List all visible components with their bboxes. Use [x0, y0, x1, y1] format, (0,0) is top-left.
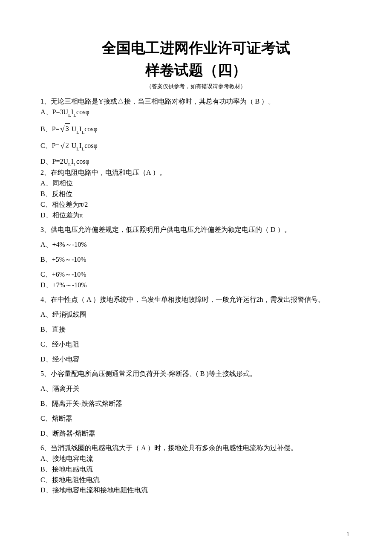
- q5-option-b: B、隔离开关-跌落式熔断器: [40, 399, 352, 409]
- q1-b-pre: B、P=: [40, 125, 60, 133]
- sub-l: L: [68, 113, 71, 118]
- q5-option-a: A、隔离开关: [40, 384, 352, 394]
- q3-option-a: A、+4%～-10%: [40, 240, 352, 250]
- q1-c-post: U: [70, 142, 77, 149]
- q2-option-b: B、反相位: [40, 189, 352, 199]
- q4-option-a: A、经消弧线圈: [40, 309, 352, 320]
- q1-tail: cosφ: [84, 142, 98, 149]
- q3-option-c: C、+6%～-10%: [40, 269, 352, 280]
- q3-option-b: B、+5%～-10%: [40, 254, 352, 265]
- doc-title-line2: 样卷试题（四）: [40, 61, 352, 79]
- q6-option-b: B、接地电感电流: [40, 464, 352, 475]
- q6-option-a: A、接地电容电流: [40, 454, 352, 464]
- q1-option-d: D、P=2ULILcosφ: [40, 156, 352, 168]
- q5-option-d: D、断路器-熔断器: [40, 428, 352, 439]
- q1-option-c: C、P=2 ULILcosφ: [40, 139, 352, 152]
- q1-option-b: B、P=3 ULILcosφ: [40, 123, 352, 136]
- q6-option-c: C、接地电阻性电流: [40, 475, 352, 486]
- q5-option-c: C、熔断器: [40, 413, 352, 424]
- q1-tail: cosφ: [76, 108, 89, 116]
- q3-option-d: D、+7%～-10%: [40, 280, 352, 291]
- q4-stem: 4、在中性点（ A ）接地系统中，当发生单相接地故障时，一般允许运行2h，需发出…: [40, 295, 352, 305]
- q6-option-d: D、接地电容电流和接地电阻性电流: [40, 485, 352, 496]
- q2-option-a: A、同相位: [40, 178, 352, 189]
- q2-stem: 2、在纯电阻电路中，电流和电压（A ）。: [40, 168, 352, 178]
- q1-tail: cosφ: [84, 125, 98, 133]
- q4-option-b: B、直接: [40, 324, 352, 335]
- doc-note: （答案仅供参考，如有错误请参考教材）: [40, 83, 352, 90]
- sqrt-val: 3: [65, 123, 70, 134]
- sub-l: L: [73, 162, 76, 167]
- q1-d-pre: D、P=2U: [40, 158, 68, 165]
- sub-l: L: [76, 146, 79, 151]
- sub-l: L: [68, 162, 71, 167]
- q4-option-d: D、经小电容: [40, 354, 352, 365]
- q5-stem: 5、小容量配电所高压侧通常采用负荷开关-熔断器、( B )等主接线形式。: [40, 369, 352, 379]
- q1-tail: cosφ: [76, 158, 89, 165]
- sub-l: L: [81, 130, 84, 135]
- sub-l: L: [81, 146, 84, 151]
- q2-option-d: D、相位差为π: [40, 210, 352, 221]
- q3-stem: 3、供电电压允许偏差规定，低压照明用户供电电压允许偏差为额定电压的（ D ）。: [40, 225, 352, 235]
- q1-option-a: A、P=3ULILcosφ: [40, 107, 352, 119]
- sub-l: L: [76, 130, 79, 135]
- doc-title-line1: 全国电工进网作业许可证考试: [40, 38, 352, 57]
- q1-stem: 1、无论三相电路是Y接或△接，当三相电路对称时，其总有功功率为（ B ）。: [40, 96, 352, 107]
- sqrt-icon: 3: [60, 123, 70, 135]
- page-number: 1: [346, 531, 349, 538]
- q1-b-post: U: [70, 125, 77, 133]
- q2-option-c: C、相位差为π/2: [40, 199, 352, 210]
- q4-option-c: C、经小电阻: [40, 339, 352, 350]
- q1-a-pre: A、P=3U: [40, 108, 68, 116]
- q6-stem: 6、当消弧线圈的电感电流大于（ A ）时，接地处具有多余的电感性电流称为过补偿。: [40, 443, 352, 454]
- q1-c-pre: C、P=: [40, 142, 60, 149]
- sqrt-icon: 2: [60, 139, 70, 152]
- sub-l: L: [73, 113, 76, 118]
- sqrt-val: 2: [65, 140, 70, 151]
